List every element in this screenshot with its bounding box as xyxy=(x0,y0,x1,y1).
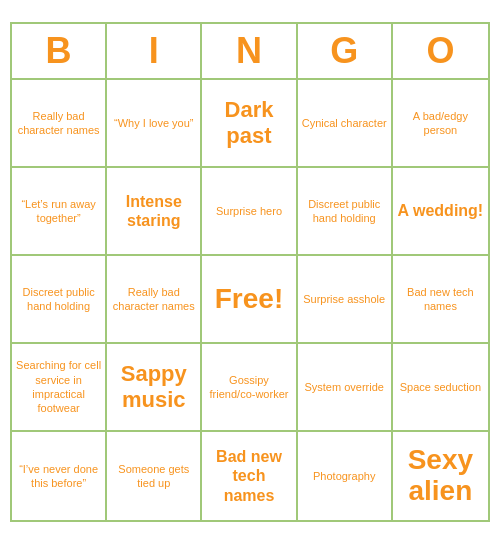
cell-text: Photography xyxy=(313,469,375,483)
cell-text: Bad new tech names xyxy=(397,285,484,314)
bingo-cell[interactable]: Space seduction xyxy=(393,344,488,432)
cell-text: Really bad character names xyxy=(16,109,101,138)
cell-text: A bad/edgy person xyxy=(397,109,484,138)
bingo-cell[interactable]: Sexy alien xyxy=(393,432,488,520)
cell-text: Bad new tech names xyxy=(206,447,291,505)
cell-text: “I’ve never done this before” xyxy=(16,462,101,491)
bingo-cell[interactable]: Free! xyxy=(202,256,297,344)
bingo-cell[interactable]: Sappy music xyxy=(107,344,202,432)
cell-text: A wedding! xyxy=(398,201,484,220)
cell-text: Space seduction xyxy=(400,380,481,394)
bingo-cell[interactable]: Someone gets tied up xyxy=(107,432,202,520)
cell-text: System override xyxy=(304,380,383,394)
cell-text: Someone gets tied up xyxy=(111,462,196,491)
bingo-card: BINGO Really bad character names“Why I l… xyxy=(10,22,490,522)
bingo-header: BINGO xyxy=(12,24,488,80)
bingo-cell[interactable]: Surprise asshole xyxy=(298,256,393,344)
cell-text: Free! xyxy=(215,284,283,315)
cell-text: Intense staring xyxy=(111,192,196,230)
bingo-cell[interactable]: Bad new tech names xyxy=(202,432,297,520)
bingo-cell[interactable]: Really bad character names xyxy=(12,80,107,168)
bingo-cell[interactable]: Surprise hero xyxy=(202,168,297,256)
bingo-cell[interactable]: “Why I love you” xyxy=(107,80,202,168)
cell-text: Gossipy friend/co-worker xyxy=(206,373,291,402)
bingo-cell[interactable]: Discreet public hand holding xyxy=(298,168,393,256)
bingo-cell[interactable]: “I’ve never done this before” xyxy=(12,432,107,520)
bingo-cell[interactable]: Searching for cell service in impractica… xyxy=(12,344,107,432)
cell-text: Discreet public hand holding xyxy=(16,285,101,314)
cell-text: Sappy music xyxy=(111,361,196,414)
cell-text: Cynical character xyxy=(302,116,387,130)
bingo-cell[interactable]: A bad/edgy person xyxy=(393,80,488,168)
bingo-cell[interactable]: Really bad character names xyxy=(107,256,202,344)
bingo-cell[interactable]: Gossipy friend/co-worker xyxy=(202,344,297,432)
cell-text: Sexy alien xyxy=(397,445,484,507)
header-letter: G xyxy=(298,24,393,78)
header-letter: I xyxy=(107,24,202,78)
header-letter: O xyxy=(393,24,488,78)
header-letter: B xyxy=(12,24,107,78)
bingo-cell[interactable]: Discreet public hand holding xyxy=(12,256,107,344)
bingo-cell[interactable]: Dark past xyxy=(202,80,297,168)
header-letter: N xyxy=(202,24,297,78)
cell-text: “Why I love you” xyxy=(114,116,193,130)
bingo-cell[interactable]: Cynical character xyxy=(298,80,393,168)
cell-text: Surprise asshole xyxy=(303,292,385,306)
bingo-cell[interactable]: “Let’s run away together” xyxy=(12,168,107,256)
cell-text: Really bad character names xyxy=(111,285,196,314)
cell-text: Dark past xyxy=(206,97,291,150)
cell-text: Searching for cell service in impractica… xyxy=(16,358,101,415)
cell-text: “Let’s run away together” xyxy=(16,197,101,226)
bingo-cell[interactable]: Bad new tech names xyxy=(393,256,488,344)
cell-text: Surprise hero xyxy=(216,204,282,218)
bingo-grid: Really bad character names“Why I love yo… xyxy=(12,80,488,520)
bingo-cell[interactable]: System override xyxy=(298,344,393,432)
bingo-cell[interactable]: Intense staring xyxy=(107,168,202,256)
bingo-cell[interactable]: Photography xyxy=(298,432,393,520)
cell-text: Discreet public hand holding xyxy=(302,197,387,226)
bingo-cell[interactable]: A wedding! xyxy=(393,168,488,256)
